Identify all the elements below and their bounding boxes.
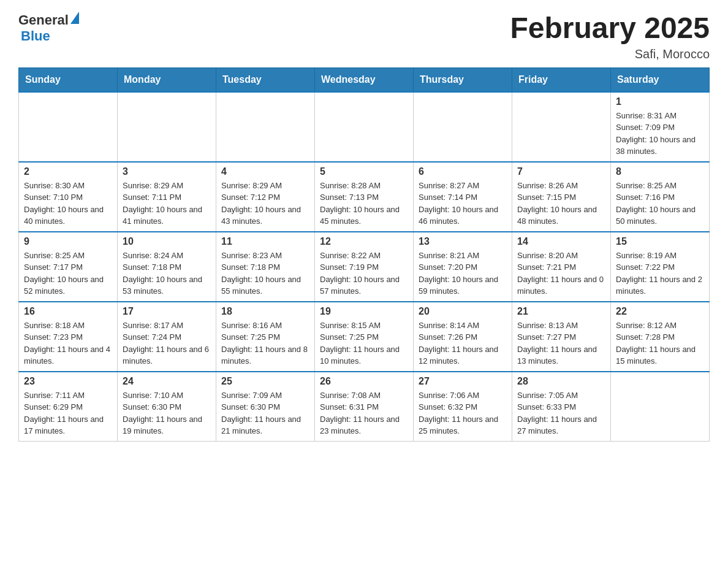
- day-info: Sunrise: 8:20 AMSunset: 7:21 PMDaylight:…: [517, 250, 605, 297]
- calendar-day-cell: 20Sunrise: 8:14 AMSunset: 7:26 PMDayligh…: [414, 302, 512, 372]
- day-info: Sunrise: 8:14 AMSunset: 7:26 PMDaylight:…: [419, 320, 507, 367]
- calendar-body: 1Sunrise: 8:31 AMSunset: 7:09 PMDaylight…: [19, 92, 710, 442]
- calendar-day-cell: 19Sunrise: 8:15 AMSunset: 7:25 PMDayligh…: [315, 302, 414, 372]
- day-number: 6: [419, 166, 507, 177]
- weekday-header-friday: Friday: [512, 67, 611, 92]
- calendar-day-cell: 9Sunrise: 8:25 AMSunset: 7:17 PMDaylight…: [19, 232, 118, 302]
- day-number: 26: [320, 376, 408, 387]
- calendar-day-cell: 22Sunrise: 8:12 AMSunset: 7:28 PMDayligh…: [611, 302, 710, 372]
- day-info: Sunrise: 8:16 AMSunset: 7:25 PMDaylight:…: [221, 320, 309, 367]
- logo-general-text: General: [18, 12, 69, 28]
- calendar-header: SundayMondayTuesdayWednesdayThursdayFrid…: [19, 67, 710, 92]
- calendar-day-cell: 8Sunrise: 8:25 AMSunset: 7:16 PMDaylight…: [611, 162, 710, 232]
- calendar-day-cell: 17Sunrise: 8:17 AMSunset: 7:24 PMDayligh…: [118, 302, 216, 372]
- calendar-day-cell: 13Sunrise: 8:21 AMSunset: 7:20 PMDayligh…: [414, 232, 512, 302]
- day-info: Sunrise: 8:25 AMSunset: 7:17 PMDaylight:…: [24, 250, 112, 297]
- calendar-day-cell: 12Sunrise: 8:22 AMSunset: 7:19 PMDayligh…: [315, 232, 414, 302]
- day-info: Sunrise: 8:15 AMSunset: 7:25 PMDaylight:…: [320, 320, 408, 367]
- calendar-day-cell: 21Sunrise: 8:13 AMSunset: 7:27 PMDayligh…: [512, 302, 611, 372]
- calendar-day-cell: [216, 92, 315, 162]
- day-info: Sunrise: 8:31 AMSunset: 7:09 PMDaylight:…: [616, 110, 704, 158]
- calendar-day-cell: 14Sunrise: 8:20 AMSunset: 7:21 PMDayligh…: [512, 232, 611, 302]
- calendar-day-cell: 27Sunrise: 7:06 AMSunset: 6:32 PMDayligh…: [414, 372, 512, 442]
- day-number: 13: [419, 236, 507, 247]
- day-number: 4: [221, 166, 309, 177]
- day-info: Sunrise: 8:25 AMSunset: 7:16 PMDaylight:…: [616, 180, 704, 228]
- day-info: Sunrise: 8:30 AMSunset: 7:10 PMDaylight:…: [24, 180, 112, 228]
- calendar-day-cell: 2Sunrise: 8:30 AMSunset: 7:10 PMDaylight…: [19, 162, 118, 232]
- logo-line2: Blue: [21, 28, 50, 44]
- calendar-day-cell: 24Sunrise: 7:10 AMSunset: 6:30 PMDayligh…: [118, 372, 216, 442]
- calendar-day-cell: 16Sunrise: 8:18 AMSunset: 7:23 PMDayligh…: [19, 302, 118, 372]
- day-number: 16: [24, 306, 112, 317]
- day-number: 17: [123, 306, 211, 317]
- calendar-day-cell: 28Sunrise: 7:05 AMSunset: 6:33 PMDayligh…: [512, 372, 611, 442]
- day-number: 5: [320, 166, 408, 177]
- day-number: 1: [616, 96, 704, 107]
- calendar-day-cell: 23Sunrise: 7:11 AMSunset: 6:29 PMDayligh…: [19, 372, 118, 442]
- weekday-header-thursday: Thursday: [414, 67, 512, 92]
- month-title: February 2025: [510, 12, 710, 45]
- day-info: Sunrise: 8:27 AMSunset: 7:14 PMDaylight:…: [419, 180, 507, 228]
- calendar-week-row: 9Sunrise: 8:25 AMSunset: 7:17 PMDaylight…: [19, 232, 710, 302]
- day-info: Sunrise: 8:23 AMSunset: 7:18 PMDaylight:…: [221, 250, 309, 297]
- day-number: 10: [123, 236, 211, 247]
- page-header: General Blue February 2025 Safi, Morocco: [18, 12, 710, 61]
- day-number: 8: [616, 166, 704, 177]
- day-info: Sunrise: 8:13 AMSunset: 7:27 PMDaylight:…: [517, 320, 605, 367]
- day-info: Sunrise: 7:05 AMSunset: 6:33 PMDaylight:…: [517, 389, 605, 437]
- weekday-header-monday: Monday: [118, 67, 216, 92]
- calendar-day-cell: 15Sunrise: 8:19 AMSunset: 7:22 PMDayligh…: [611, 232, 710, 302]
- calendar-table: SundayMondayTuesdayWednesdayThursdayFrid…: [18, 67, 710, 442]
- day-number: 23: [24, 376, 112, 387]
- calendar-day-cell: 10Sunrise: 8:24 AMSunset: 7:18 PMDayligh…: [118, 232, 216, 302]
- day-info: Sunrise: 7:09 AMSunset: 6:30 PMDaylight:…: [221, 389, 309, 437]
- calendar-day-cell: [414, 92, 512, 162]
- day-number: 25: [221, 376, 309, 387]
- day-info: Sunrise: 8:12 AMSunset: 7:28 PMDaylight:…: [616, 320, 704, 367]
- calendar-week-row: 2Sunrise: 8:30 AMSunset: 7:10 PMDaylight…: [19, 162, 710, 232]
- calendar-day-cell: 3Sunrise: 8:29 AMSunset: 7:11 PMDaylight…: [118, 162, 216, 232]
- calendar-day-cell: 6Sunrise: 8:27 AMSunset: 7:14 PMDaylight…: [414, 162, 512, 232]
- day-info: Sunrise: 8:29 AMSunset: 7:11 PMDaylight:…: [123, 180, 211, 228]
- day-number: 20: [419, 306, 507, 317]
- logo: General Blue: [18, 12, 79, 44]
- day-number: 19: [320, 306, 408, 317]
- calendar-day-cell: 26Sunrise: 7:08 AMSunset: 6:31 PMDayligh…: [315, 372, 414, 442]
- day-info: Sunrise: 8:29 AMSunset: 7:12 PMDaylight:…: [221, 180, 309, 228]
- day-info: Sunrise: 8:18 AMSunset: 7:23 PMDaylight:…: [24, 320, 112, 367]
- calendar-day-cell: [512, 92, 611, 162]
- day-number: 14: [517, 236, 605, 247]
- calendar-week-row: 23Sunrise: 7:11 AMSunset: 6:29 PMDayligh…: [19, 372, 710, 442]
- logo-line1: General: [18, 12, 79, 28]
- day-info: Sunrise: 8:24 AMSunset: 7:18 PMDaylight:…: [123, 250, 211, 297]
- calendar-week-row: 1Sunrise: 8:31 AMSunset: 7:09 PMDaylight…: [19, 92, 710, 162]
- logo-triangle-icon: [70, 12, 79, 24]
- weekday-header-wednesday: Wednesday: [315, 67, 414, 92]
- weekday-header-saturday: Saturday: [611, 67, 710, 92]
- day-number: 27: [419, 376, 507, 387]
- day-number: 22: [616, 306, 704, 317]
- calendar-week-row: 16Sunrise: 8:18 AMSunset: 7:23 PMDayligh…: [19, 302, 710, 372]
- calendar-day-cell: 25Sunrise: 7:09 AMSunset: 6:30 PMDayligh…: [216, 372, 315, 442]
- calendar-day-cell: 7Sunrise: 8:26 AMSunset: 7:15 PMDaylight…: [512, 162, 611, 232]
- day-number: 21: [517, 306, 605, 317]
- calendar-day-cell: 1Sunrise: 8:31 AMSunset: 7:09 PMDaylight…: [611, 92, 710, 162]
- weekday-header-row: SundayMondayTuesdayWednesdayThursdayFrid…: [19, 67, 710, 92]
- day-number: 28: [517, 376, 605, 387]
- day-info: Sunrise: 7:11 AMSunset: 6:29 PMDaylight:…: [24, 389, 112, 437]
- day-number: 11: [221, 236, 309, 247]
- day-info: Sunrise: 8:26 AMSunset: 7:15 PMDaylight:…: [517, 180, 605, 228]
- day-number: 3: [123, 166, 211, 177]
- location-label: Safi, Morocco: [510, 47, 710, 61]
- day-number: 12: [320, 236, 408, 247]
- day-number: 7: [517, 166, 605, 177]
- day-info: Sunrise: 8:17 AMSunset: 7:24 PMDaylight:…: [123, 320, 211, 367]
- calendar-day-cell: [315, 92, 414, 162]
- day-info: Sunrise: 7:08 AMSunset: 6:31 PMDaylight:…: [320, 389, 408, 437]
- day-number: 2: [24, 166, 112, 177]
- day-info: Sunrise: 8:28 AMSunset: 7:13 PMDaylight:…: [320, 180, 408, 228]
- logo-blue-text: Blue: [21, 28, 50, 44]
- day-number: 9: [24, 236, 112, 247]
- calendar-day-cell: [19, 92, 118, 162]
